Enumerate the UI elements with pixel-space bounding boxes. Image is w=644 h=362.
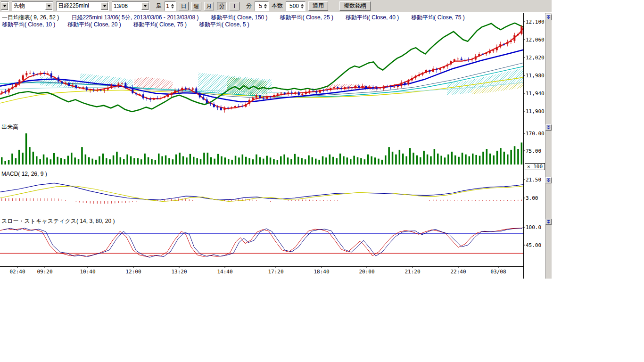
ma40-label: 移動平均( Close, 40 ) [346, 14, 399, 22]
bar-interval-value: 1 [165, 3, 170, 9]
bar-count-spinner[interactable]: 500 [286, 1, 305, 11]
volume-bars-layer [1, 133, 522, 165]
dropdown-arrow-icon[interactable] [45, 2, 52, 10]
dropdown-arrow-icon[interactable] [1, 2, 8, 10]
bar-type-label: 足 [156, 2, 162, 10]
ma5-label: 移動平均( Close, 5 ) [199, 21, 249, 29]
period-month-button[interactable]: 月 [204, 2, 214, 10]
market-select-value: 先物 [14, 2, 25, 10]
contract-month-select[interactable]: 13/06 [112, 1, 149, 11]
double-down-chevron-icon [546, 220, 551, 224]
main-toolbar: 先物 日経225mini 13/06 足 1 日 週 月 分 T 分 5 本数 … [0, 0, 552, 12]
dropdown-arrow-icon[interactable] [141, 2, 149, 10]
ma75-label: 移動平均( Close, 75 ) [411, 14, 464, 22]
macd-panel-title: MACD( 12, 26, 9 ) [1, 171, 47, 177]
double-down-chevron-icon [546, 178, 551, 182]
ma25-label: 移動平均( Close, 25 ) [280, 14, 333, 22]
period-minute-button[interactable]: 分 [217, 2, 227, 10]
ma20-label: 移動平均( Close, 20 ) [67, 21, 121, 29]
dropdown-arrow-icon[interactable] [101, 2, 108, 10]
macd-line [0, 183, 523, 200]
ichimoku-clouds-layer [40, 68, 523, 95]
minute-label: 分 [246, 2, 252, 10]
symbol-select-value: 日経225mini [58, 2, 89, 10]
right-scrollbar[interactable] [545, 13, 552, 279]
left-overflow-combo[interactable] [1, 1, 9, 11]
double-down-chevron-icon [546, 125, 551, 130]
macd-panel-collapse-button[interactable] [545, 177, 552, 183]
stoch-percent-k-line [3, 228, 523, 257]
stoch-percent-d-line [0, 228, 523, 256]
apply-button[interactable]: 適用 [308, 1, 328, 11]
bar-interval-spinner[interactable]: 1 [165, 1, 176, 11]
axes-layer [0, 13, 525, 279]
price-lines-layer [0, 23, 523, 112]
multiple-symbols-button[interactable]: 複数銘柄 [339, 1, 371, 11]
volume-panel-title: 出来高 [1, 123, 18, 131]
indicator-header-row-2: 移動平均( Close, 10 ) 移動平均( Close, 20 ) 移動平均… [2, 21, 249, 29]
bar-count-value: 500 [286, 3, 299, 9]
ma10-label: 移動平均( Close, 10 ) [2, 21, 55, 29]
stochastics-layer [0, 228, 523, 257]
spinner-arrows-icon[interactable] [300, 4, 305, 8]
ichimoku-green [0, 23, 523, 112]
main-panel-collapse-button[interactable] [545, 14, 552, 20]
bar-count-label: 本数 [272, 2, 283, 10]
spinner-arrows-icon[interactable] [170, 4, 175, 8]
period-tick-button[interactable]: T [230, 2, 239, 10]
double-down-chevron-icon [546, 15, 551, 19]
candlesticks-layer [1, 25, 523, 113]
macd-layer [0, 183, 523, 204]
stoch-panel-title: スロー・ストキャスティクス( 14, 3, 80, 20 ) [1, 217, 115, 225]
ma75b-label: 移動平均( Close, 75 ) [133, 21, 187, 29]
volume-panel-collapse-button[interactable] [545, 124, 552, 131]
period-week-button[interactable]: 週 [191, 2, 201, 10]
market-select[interactable]: 先物 [12, 1, 53, 11]
contract-month-value: 13/06 [114, 3, 128, 9]
minute-value-spinner[interactable]: 5 [255, 1, 269, 11]
stoch-panel-collapse-button[interactable] [545, 219, 552, 225]
spinner-arrows-icon[interactable] [263, 4, 268, 8]
minute-value: 5 [255, 3, 263, 9]
period-day-button[interactable]: 日 [179, 2, 189, 10]
volume-scale-badge: × 100 [525, 163, 545, 170]
symbol-select[interactable]: 日経225mini [56, 1, 109, 11]
price-chart-canvas[interactable] [0, 0, 552, 283]
